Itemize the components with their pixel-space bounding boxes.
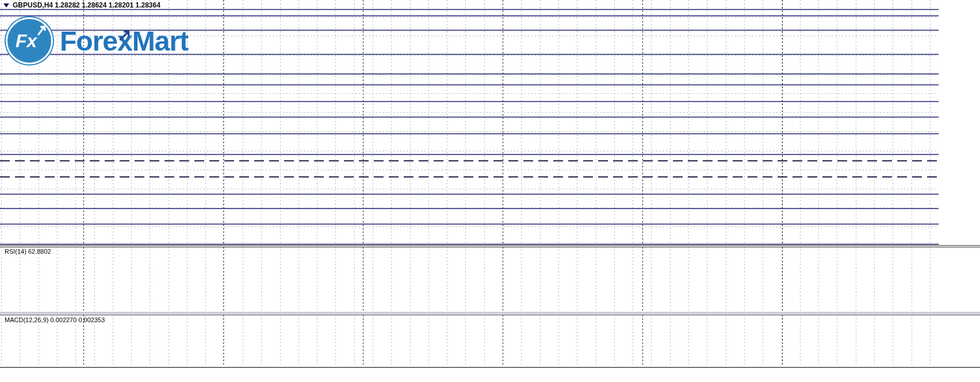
logo-fx-text: Fx — [16, 30, 37, 52]
rsi-indicator-label: RSI(14) 62.8802 — [5, 248, 51, 255]
mt4-chart-window: GBPUSD,H4 1.28282 1.28624 1.28201 1.2836… — [0, 0, 980, 382]
logo-text: Forex↗Mart — [60, 25, 188, 57]
logo-arrow-icon: ↗ — [34, 21, 49, 40]
chevron-down-icon — [3, 3, 9, 7]
symbol-ohlc-text: GBPUSD,H4 1.28282 1.28624 1.28201 1.2836… — [13, 1, 160, 9]
macd-indicator-label: MACD(12,26,9) 0.002270 0.002353 — [5, 316, 105, 323]
logo-fx-badge: Fx ↗ — [6, 17, 53, 64]
logo-m-arrow-icon: ↗ — [117, 25, 131, 44]
forexmart-logo: Fx ↗ Forex↗Mart — [6, 17, 188, 64]
chart-title: GBPUSD,H4 1.28282 1.28624 1.28201 1.2836… — [3, 1, 160, 9]
